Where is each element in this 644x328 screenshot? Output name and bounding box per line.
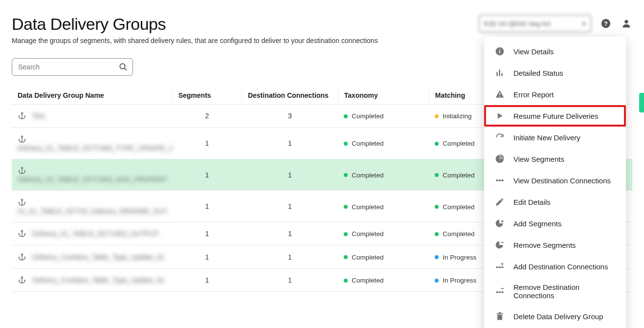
- dest-cell: 1: [242, 191, 338, 222]
- status-dot: [344, 142, 348, 146]
- svg-point-39: [499, 291, 501, 293]
- menu-label: View Segments: [513, 155, 564, 163]
- menu-resume-deliveries[interactable]: Resume Future Deliveries: [484, 105, 626, 127]
- status-dot: [344, 173, 348, 177]
- menu-detailed-status[interactable]: Detailed Status: [484, 62, 626, 84]
- status-label: Completed: [352, 254, 383, 261]
- menu-edit-details[interactable]: Edit Details: [484, 191, 626, 213]
- taxonomy-cell: Completed: [338, 191, 429, 222]
- dest-cell: 1: [242, 268, 338, 291]
- segments-cell: 1: [172, 222, 242, 245]
- taxonomy-cell: Completed: [338, 222, 429, 245]
- status-label: Completed: [352, 277, 383, 284]
- menu-add-dest[interactable]: Add Destination Connections: [484, 256, 626, 277]
- svg-point-5: [21, 112, 22, 114]
- anchor-icon: [18, 135, 26, 144]
- search-input[interactable]: [17, 63, 116, 71]
- status-dot: [344, 114, 348, 118]
- connections-minus-icon: [495, 286, 505, 296]
- dest-cell: 1: [242, 128, 338, 159]
- pie-plus-icon: [495, 219, 505, 228]
- connections-icon: [495, 175, 505, 185]
- svg-point-28: [499, 179, 501, 181]
- dest-cell: 3: [242, 105, 338, 128]
- menu-remove-dest[interactable]: Remove Destination Connections: [484, 277, 626, 306]
- menu-label: Resume Future Deliveries: [513, 112, 598, 120]
- svg-rect-32: [501, 242, 504, 243]
- row-name: Delivery_01_TABLE_OCT1902_OUTPUT: [32, 230, 159, 238]
- user-icon[interactable]: [621, 18, 632, 29]
- menu-view-dest[interactable]: View Destination Connections: [484, 170, 626, 191]
- row-name: Delivery_Combine_Table_Type_Update_01: [32, 253, 164, 261]
- status-label: Completed: [443, 172, 474, 179]
- dest-cell: 1: [242, 222, 338, 245]
- status-label: Completed: [352, 203, 383, 211]
- taxonomy-cell: Completed: [338, 159, 429, 191]
- svg-point-13: [21, 230, 22, 232]
- svg-rect-45: [496, 313, 503, 314]
- svg-rect-46: [499, 312, 501, 314]
- col-header-segments[interactable]: Segments: [172, 87, 242, 105]
- svg-point-15: [21, 254, 22, 255]
- status-label: Completed: [443, 203, 474, 211]
- menu-view-segments[interactable]: View Segments: [484, 148, 626, 170]
- segments-cell: 1: [172, 245, 242, 268]
- help-icon[interactable]: ?: [600, 18, 612, 29]
- menu-add-segments[interactable]: Add Segments: [484, 213, 626, 234]
- search-box[interactable]: [12, 58, 133, 76]
- trash-icon: [495, 311, 505, 321]
- status-label: Completed: [352, 112, 383, 120]
- play-icon: [495, 111, 505, 121]
- col-header-taxonomy[interactable]: Taxonomy: [338, 87, 429, 105]
- menu-remove-segments[interactable]: Remove Segments: [484, 234, 626, 256]
- segments-cell: 1: [172, 268, 242, 291]
- segments-cell: 1: [172, 159, 242, 191]
- svg-rect-24: [501, 73, 503, 76]
- row-name: 01_01_TABLE_OCT20_Delivery_RENAME_OUT: [18, 207, 167, 215]
- svg-line-4: [124, 68, 127, 70]
- status-dot: [435, 142, 439, 146]
- menu-view-details[interactable]: View Details: [484, 41, 626, 62]
- dest-cell: 1: [242, 245, 338, 268]
- svg-point-35: [502, 266, 504, 268]
- segments-cell: 1: [172, 191, 242, 222]
- refresh-icon: [495, 132, 505, 142]
- menu-label: Add Destination Connections: [513, 262, 608, 271]
- info-icon: [495, 46, 505, 56]
- page-subtitle: Manage the groups of segments, with shar…: [12, 37, 378, 44]
- anchor-icon: [18, 166, 26, 175]
- svg-rect-22: [496, 72, 498, 76]
- dest-cell: 1: [242, 159, 338, 191]
- svg-point-34: [499, 266, 501, 268]
- connections-plus-icon: [495, 262, 505, 271]
- account-dropdown[interactable]: E2E UA QENG Seg Act ▾: [479, 15, 591, 32]
- anchor-icon: [18, 253, 26, 262]
- warning-icon: [495, 89, 505, 99]
- menu-error-report[interactable]: Error Report: [484, 84, 626, 105]
- menu-initiate-delivery[interactable]: Initiate New Delivery: [484, 127, 626, 148]
- svg-point-11: [21, 199, 22, 200]
- menu-delete-group[interactable]: Delete Data Delivery Group: [484, 306, 626, 327]
- svg-point-9: [21, 167, 22, 169]
- add-tab[interactable]: [639, 93, 644, 112]
- account-label: E2E UA QENG Seg Act: [484, 20, 551, 27]
- context-menu: View Details Detailed Status Error Repor…: [484, 37, 626, 328]
- status-dot: [435, 205, 439, 209]
- svg-point-27: [496, 179, 498, 181]
- col-header-name[interactable]: Data Delivery Group Name: [12, 87, 172, 105]
- anchor-icon: [18, 198, 26, 207]
- menu-label: Delete Data Delivery Group: [513, 312, 603, 321]
- menu-label: View Details: [513, 47, 554, 56]
- segments-cell: 2: [172, 105, 242, 128]
- pencil-icon: [495, 197, 505, 207]
- status-label: Completed: [443, 140, 474, 147]
- row-name: Delivery_Combine_Table_Type_Update_02: [32, 276, 164, 284]
- row-name: Test: [32, 112, 45, 120]
- anchor-icon: [18, 111, 26, 120]
- segments-cell: 1: [172, 128, 242, 159]
- col-header-dest[interactable]: Destination Connections: [242, 87, 338, 105]
- pie-chart-icon: [495, 154, 505, 164]
- status-label: Completed: [352, 172, 383, 179]
- taxonomy-cell: Completed: [338, 105, 429, 128]
- row-name: Delivery_01_TABLE_OCT1904_TYPE_UPDATE_2: [18, 144, 173, 152]
